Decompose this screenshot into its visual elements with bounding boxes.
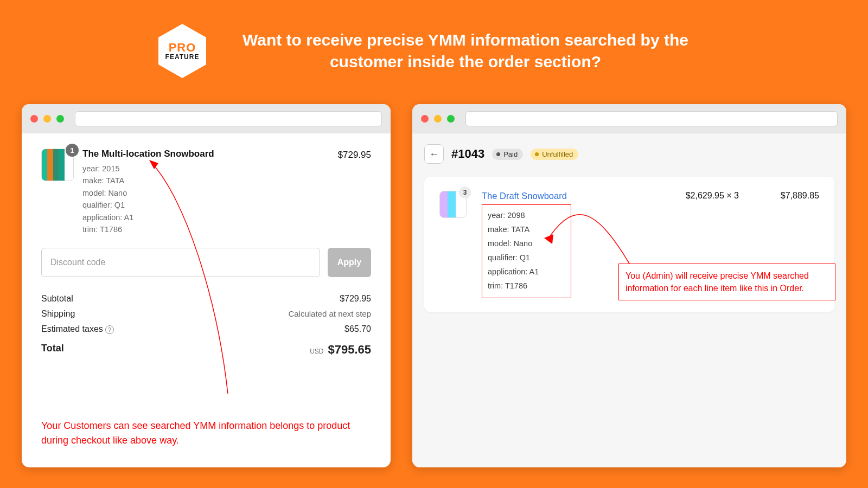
subtotal-value: $729.95 bbox=[340, 294, 371, 304]
shipping-value: Calculated at next step bbox=[288, 309, 371, 319]
help-icon[interactable]: ? bbox=[105, 325, 114, 334]
url-bar[interactable] bbox=[75, 111, 382, 126]
meta-trim: trim: T1786 bbox=[82, 223, 329, 235]
window-titlebar bbox=[412, 104, 846, 133]
subtotal-label: Subtotal bbox=[41, 294, 73, 304]
taxes-value: $65.70 bbox=[344, 324, 371, 334]
minimize-icon[interactable] bbox=[434, 115, 442, 123]
product-title: The Multi-location Snowboard bbox=[82, 149, 329, 159]
product-ymm-meta: year: 2015 make: TATA model: Nano qualif… bbox=[82, 163, 329, 236]
order-annotation-box: You (Admin) will receive precise YMM sea… bbox=[618, 264, 835, 300]
meta-trim: trim: T1786 bbox=[488, 279, 565, 293]
totals-section: Subtotal $729.95 Shipping Calculated at … bbox=[41, 291, 371, 359]
badge-pro-text: PRO bbox=[169, 42, 196, 53]
discount-code-input[interactable]: Discount code bbox=[41, 248, 320, 277]
total-value-wrap: USD$795.65 bbox=[310, 343, 371, 357]
minimize-icon[interactable] bbox=[43, 115, 51, 123]
page-header: PRO FEATURE Want to receive precise YMM … bbox=[0, 0, 868, 88]
close-icon[interactable] bbox=[421, 115, 429, 123]
window-titlebar bbox=[22, 104, 391, 133]
meta-year: year: 2098 bbox=[488, 208, 565, 222]
status-unfulfilled-badge: Unfulfilled bbox=[531, 149, 578, 160]
traffic-lights bbox=[421, 115, 455, 123]
order-ymm-meta-box: year: 2098 make: TATA model: Nano qualif… bbox=[482, 204, 571, 298]
checkout-window: 1 The Multi-location Snowboard year: 201… bbox=[22, 104, 391, 467]
currency-code: USD bbox=[310, 348, 323, 355]
maximize-icon[interactable] bbox=[56, 115, 64, 123]
pro-feature-badge: PRO FEATURE bbox=[158, 24, 206, 78]
badge-feature-text: FEATURE bbox=[165, 54, 200, 60]
status-paid-badge: Paid bbox=[492, 149, 523, 160]
order-admin-window: ← #1043 Paid Unfulfilled 3 The Draft Sno… bbox=[412, 104, 846, 467]
total-value: $795.65 bbox=[328, 343, 371, 356]
taxes-label: Estimated taxes? bbox=[41, 324, 114, 334]
meta-application: application: A1 bbox=[82, 211, 329, 223]
checkout-line-item: 1 The Multi-location Snowboard year: 201… bbox=[41, 149, 371, 236]
meta-year: year: 2015 bbox=[82, 163, 329, 175]
order-id: #1043 bbox=[451, 147, 484, 161]
maximize-icon[interactable] bbox=[447, 115, 455, 123]
quantity-badge: 3 bbox=[459, 187, 471, 198]
meta-make: make: TATA bbox=[82, 175, 329, 187]
traffic-lights bbox=[30, 115, 64, 123]
product-thumbnail: 1 bbox=[41, 149, 74, 181]
shipping-label: Shipping bbox=[41, 309, 75, 319]
meta-make: make: TATA bbox=[488, 222, 565, 236]
back-button[interactable]: ← bbox=[424, 144, 444, 164]
product-thumbnail: 3 bbox=[439, 191, 467, 218]
total-label: Total bbox=[41, 343, 64, 357]
apply-button[interactable]: Apply bbox=[328, 248, 371, 277]
quantity-badge: 1 bbox=[66, 144, 79, 157]
meta-qualifier: qualifier: Q1 bbox=[82, 199, 329, 211]
meta-model: model: Nano bbox=[488, 236, 565, 251]
line-price: $729.95 bbox=[338, 149, 371, 160]
close-icon[interactable] bbox=[30, 115, 38, 123]
meta-qualifier: qualifier: Q1 bbox=[488, 251, 565, 265]
product-link[interactable]: The Draft Snowboard bbox=[482, 191, 653, 201]
meta-application: application: A1 bbox=[488, 265, 565, 279]
headline-text: Want to receive precise YMM information … bbox=[221, 29, 710, 73]
checkout-annotation: Your Customers can see searched YMM info… bbox=[41, 419, 371, 448]
line-total: $7,889.85 bbox=[749, 191, 819, 201]
url-bar[interactable] bbox=[465, 111, 838, 126]
unit-price-qty: $2,629.95 × 3 bbox=[663, 191, 739, 201]
meta-model: model: Nano bbox=[82, 187, 329, 199]
